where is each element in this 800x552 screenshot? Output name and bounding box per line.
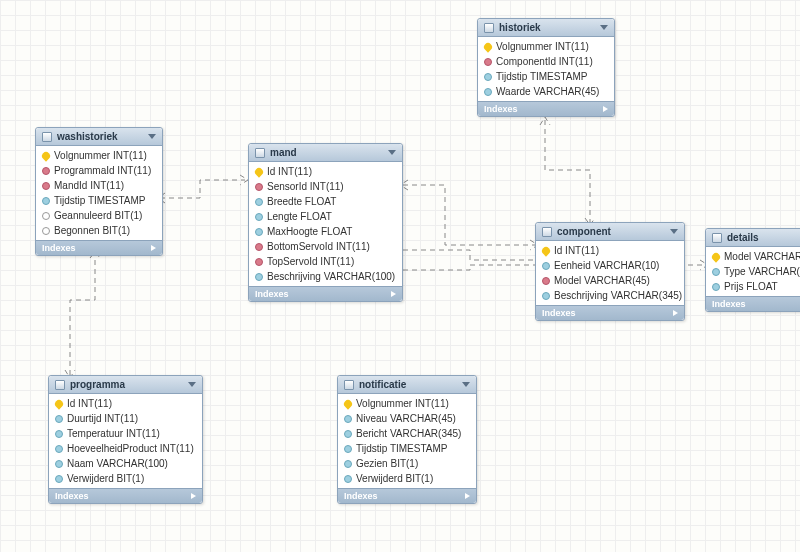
table-programma[interactable]: programma Id INT(11)Duurtijd INT(11)Temp…: [48, 375, 203, 504]
column-type-icon: [542, 262, 550, 270]
column-type-icon: [542, 277, 550, 285]
primary-key-icon: [342, 398, 353, 409]
column-row[interactable]: Model VARCHAR(45): [536, 273, 684, 288]
chevron-right-icon: [151, 245, 156, 251]
table-title: historiek: [499, 22, 541, 33]
table-header[interactable]: details: [706, 229, 800, 247]
column-row[interactable]: Model VARCHAR(45): [706, 249, 800, 264]
column-row[interactable]: Breedte FLOAT: [249, 194, 402, 209]
indexes-footer[interactable]: Indexes: [536, 305, 684, 320]
column-row[interactable]: Duurtijd INT(11): [49, 411, 202, 426]
table-header[interactable]: historiek: [478, 19, 614, 37]
column-row[interactable]: ComponentId INT(11): [478, 54, 614, 69]
column-row[interactable]: Volgnummer INT(11): [36, 148, 162, 163]
column-type-icon: [484, 58, 492, 66]
table-notificatie[interactable]: notificatie Volgnummer INT(11)Niveau VAR…: [337, 375, 477, 504]
column-row[interactable]: Id INT(11): [536, 243, 684, 258]
indexes-footer[interactable]: Indexes: [706, 296, 800, 311]
column-type-icon: [255, 228, 263, 236]
primary-key-icon: [710, 251, 721, 262]
table-historiek[interactable]: historiek Volgnummer INT(11)ComponentId …: [477, 18, 615, 117]
column-name: Prijs FLOAT: [724, 281, 778, 292]
column-type-icon: [712, 268, 720, 276]
column-type-icon: [255, 243, 263, 251]
column-type-icon: [55, 475, 63, 483]
column-name: Id INT(11): [554, 245, 599, 256]
column-row[interactable]: Tijdstip TIMESTAMP: [36, 193, 162, 208]
columns-list: Id INT(11)SensorId INT(11)Breedte FLOATL…: [249, 162, 402, 286]
indexes-footer[interactable]: Indexes: [478, 101, 614, 116]
column-type-icon: [255, 258, 263, 266]
column-name: Breedte FLOAT: [267, 196, 336, 207]
column-row[interactable]: TopServoId INT(11): [249, 254, 402, 269]
column-row[interactable]: Waarde VARCHAR(45): [478, 84, 614, 99]
columns-list: Volgnummer INT(11)ProgrammaId INT(11)Man…: [36, 146, 162, 240]
table-header[interactable]: washistoriek: [36, 128, 162, 146]
column-row[interactable]: Verwijderd BIT(1): [49, 471, 202, 486]
column-name: SensorId INT(11): [267, 181, 344, 192]
column-row[interactable]: Bericht VARCHAR(345): [338, 426, 476, 441]
chevron-down-icon: [388, 150, 396, 155]
table-header[interactable]: programma: [49, 376, 202, 394]
column-row[interactable]: Verwijderd BIT(1): [338, 471, 476, 486]
column-row[interactable]: Id INT(11): [49, 396, 202, 411]
column-row[interactable]: Prijs FLOAT: [706, 279, 800, 294]
column-type-icon: [344, 415, 352, 423]
indexes-footer[interactable]: Indexes: [338, 488, 476, 503]
column-type-icon: [344, 445, 352, 453]
table-title: notificatie: [359, 379, 406, 390]
column-name: Gezien BIT(1): [356, 458, 418, 469]
column-row[interactable]: Tijdstip TIMESTAMP: [478, 69, 614, 84]
column-row[interactable]: Geannuleerd BIT(1): [36, 208, 162, 223]
table-details[interactable]: details Model VARCHAR(45)Type VARCHAR(45…: [705, 228, 800, 312]
column-row[interactable]: Begonnen BIT(1): [36, 223, 162, 238]
column-row[interactable]: Tijdstip TIMESTAMP: [338, 441, 476, 456]
table-component[interactable]: component Id INT(11)Eenheid VARCHAR(10)M…: [535, 222, 685, 321]
column-name: Tijdstip TIMESTAMP: [496, 71, 588, 82]
column-row[interactable]: Lengte FLOAT: [249, 209, 402, 224]
column-row[interactable]: MandId INT(11): [36, 178, 162, 193]
table-washistoriek[interactable]: washistoriek Volgnummer INT(11)Programma…: [35, 127, 163, 256]
column-row[interactable]: Beschrijving VARCHAR(345): [536, 288, 684, 303]
table-icon: [712, 233, 722, 243]
column-name: Verwijderd BIT(1): [67, 473, 144, 484]
column-row[interactable]: HoeveelheidProduct INT(11): [49, 441, 202, 456]
column-row[interactable]: MaxHoogte FLOAT: [249, 224, 402, 239]
column-name: Type VARCHAR(45): [724, 266, 800, 277]
indexes-footer[interactable]: Indexes: [249, 286, 402, 301]
columns-list: Id INT(11)Eenheid VARCHAR(10)Model VARCH…: [536, 241, 684, 305]
column-name: Duurtijd INT(11): [67, 413, 138, 424]
column-type-icon: [42, 227, 50, 235]
chevron-right-icon: [603, 106, 608, 112]
column-row[interactable]: ProgrammaId INT(11): [36, 163, 162, 178]
column-name: Geannuleerd BIT(1): [54, 210, 142, 221]
table-icon: [542, 227, 552, 237]
column-row[interactable]: Eenheid VARCHAR(10): [536, 258, 684, 273]
indexes-footer[interactable]: Indexes: [36, 240, 162, 255]
table-header[interactable]: mand: [249, 144, 402, 162]
column-row[interactable]: Naam VARCHAR(100): [49, 456, 202, 471]
column-row[interactable]: Volgnummer INT(11): [338, 396, 476, 411]
column-row[interactable]: Beschrijving VARCHAR(100): [249, 269, 402, 284]
table-header[interactable]: component: [536, 223, 684, 241]
column-name: MandId INT(11): [54, 180, 124, 191]
column-row[interactable]: Id INT(11): [249, 164, 402, 179]
column-type-icon: [712, 283, 720, 291]
column-row[interactable]: Niveau VARCHAR(45): [338, 411, 476, 426]
column-name: Tijdstip TIMESTAMP: [54, 195, 146, 206]
column-row[interactable]: SensorId INT(11): [249, 179, 402, 194]
column-name: Model VARCHAR(45): [724, 251, 800, 262]
column-row[interactable]: Temperatuur INT(11): [49, 426, 202, 441]
column-name: Temperatuur INT(11): [67, 428, 160, 439]
table-header[interactable]: notificatie: [338, 376, 476, 394]
column-name: Id INT(11): [267, 166, 312, 177]
table-mand[interactable]: mand Id INT(11)SensorId INT(11)Breedte F…: [248, 143, 403, 302]
column-name: Bericht VARCHAR(345): [356, 428, 461, 439]
column-row[interactable]: Type VARCHAR(45): [706, 264, 800, 279]
chevron-right-icon: [673, 310, 678, 316]
column-row[interactable]: BottomServoId INT(11): [249, 239, 402, 254]
column-row[interactable]: Volgnummer INT(11): [478, 39, 614, 54]
indexes-footer[interactable]: Indexes: [49, 488, 202, 503]
chevron-right-icon: [191, 493, 196, 499]
column-row[interactable]: Gezien BIT(1): [338, 456, 476, 471]
